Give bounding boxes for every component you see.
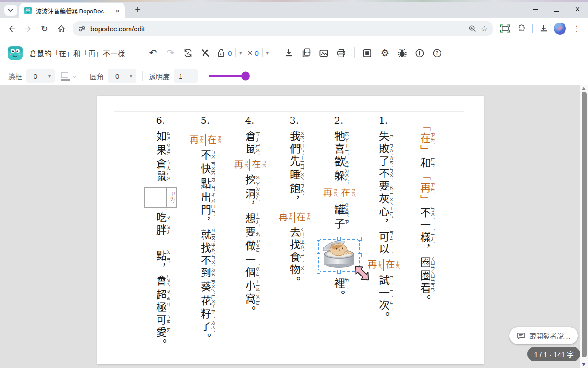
editor-canvas[interactable]: 6.如ㄖㄨˊ果ㄍㄨㄛˇ倉ㄘㄤ鼠ㄕㄨˇㄗㄞˋ吃ㄔ胖ㄆㄤˋ一ㄧˋ點ㄉㄧㄢˇ，會ㄏㄨㄟ…: [0, 85, 588, 368]
format-bar: 邊框 0 ▾ 圓角 0 ▾ 透明度 1: [0, 67, 588, 85]
selection-handle[interactable]: [317, 253, 320, 257]
choice-char: 再: [323, 188, 333, 198]
chat-icon: [517, 332, 525, 339]
blank-write-area[interactable]: [145, 188, 166, 207]
maximize-button[interactable]: [546, 1, 567, 17]
selection-handle[interactable]: [337, 237, 341, 241]
pdf-icon: PDF: [301, 48, 311, 58]
document-title[interactable]: 倉鼠的「在」和「再」不一樣: [29, 47, 125, 58]
opacity-slider-thumb[interactable]: [241, 72, 250, 80]
forward-button[interactable]: [20, 21, 36, 36]
home-button[interactable]: [53, 21, 69, 36]
annotated-char: 一ㄧˊ: [418, 219, 430, 232]
corner-radius-select[interactable]: 0 ▾: [108, 69, 136, 83]
choice-ruby: ㄗㄞˋ: [351, 189, 355, 198]
opacity-slider[interactable]: [209, 75, 249, 77]
annotated-char: 如ㄖㄨˊ: [155, 131, 167, 143]
new-tab-button[interactable]: +: [131, 4, 143, 16]
screenshot-button[interactable]: [497, 21, 513, 36]
downloads-button[interactable]: [536, 21, 551, 36]
selection-handle[interactable]: [358, 253, 362, 257]
plain-char: 「: [418, 170, 430, 182]
border-style-button[interactable]: [61, 72, 76, 80]
print-button[interactable]: [333, 44, 350, 62]
feedback-button[interactable]: 跟開發者說…: [509, 327, 578, 344]
zai-choice-token[interactable]: 再ㄗㄞˋ在ㄗㄞˋ: [234, 159, 266, 171]
report-bug-button[interactable]: [394, 44, 411, 62]
browser-menu-button[interactable]: ⋮: [569, 21, 584, 36]
annotated-char: 想ㄒㄧㄤˇ: [244, 213, 256, 226]
kebab-menu-icon: ⋮: [573, 24, 581, 34]
hamster-image-token[interactable]: [321, 241, 357, 270]
scrollbar-thumb[interactable]: [582, 92, 587, 357]
vertical-scrollbar[interactable]: [580, 85, 588, 368]
back-button[interactable]: [4, 21, 19, 36]
sync-button[interactable]: [179, 44, 197, 62]
focus-mode-button[interactable]: [359, 44, 376, 62]
settings-button[interactable]: ⚙: [376, 44, 394, 62]
annotated-char: 再ㄗㄞˋ: [418, 182, 430, 195]
annotated-char: 一ㄧˋ: [155, 237, 167, 249]
download-button[interactable]: [280, 44, 298, 62]
insert-image-button[interactable]: [315, 44, 333, 62]
frame-icon: [362, 48, 372, 58]
export-pdf-button[interactable]: PDF: [298, 44, 315, 62]
annotated-char: 樣ㄧㄤˋ: [418, 232, 430, 244]
annotated-char: 心ㄒㄧㄣ: [378, 206, 390, 218]
browser-tab[interactable]: 波波注音編輯器 BopoDoc ×: [19, 3, 125, 18]
selection-handle[interactable]: [317, 237, 320, 241]
profile-button[interactable]: [552, 21, 568, 36]
bug-icon: [397, 48, 407, 58]
minimize-button[interactable]: [525, 1, 546, 17]
scroll-up-arrow[interactable]: [582, 87, 586, 90]
close-button[interactable]: ×: [567, 1, 588, 17]
undo-button[interactable]: ↶: [144, 44, 162, 62]
border-width-select[interactable]: 0 ▾: [26, 69, 55, 83]
document-page[interactable]: 6.如ㄖㄨˊ果ㄍㄨㄛˇ倉ㄘㄤ鼠ㄕㄨˇㄗㄞˋ吃ㄔ胖ㄆㄤˋ一ㄧˋ點ㄉㄧㄢˇ，會ㄏㄨㄟ…: [97, 96, 484, 364]
annotated-char: 喜ㄒㄧˇ: [333, 143, 345, 155]
info-button[interactable]: [411, 44, 429, 62]
annotated-char: 倉ㄘㄤ: [155, 158, 167, 171]
app-toolbar: 倉鼠的「在」和「再」不一樣 ↶ ↷ 0 ▾ × 0 ▾: [0, 39, 588, 67]
delete-count-group[interactable]: × 0 ▾: [247, 48, 268, 58]
help-button[interactable]: ?: [429, 44, 446, 62]
omnibox[interactable]: bopodoc.com/edit ☆: [73, 21, 493, 36]
reload-button[interactable]: ↻: [37, 21, 52, 36]
tab-title: 波波注音編輯器 BopoDoc: [36, 6, 111, 15]
zoom-level-icon[interactable]: [469, 25, 476, 33]
annotated-char: 點ㄉㄧㄢˇ: [199, 177, 211, 191]
extensions-button[interactable]: [514, 21, 529, 36]
annotated-char: 物ㄨˋ: [288, 264, 300, 276]
selection-handle[interactable]: [358, 237, 362, 241]
zai-choice-token[interactable]: 再ㄗㄞˋ在ㄗㄞˋ: [323, 188, 355, 199]
plain-char: ，: [378, 218, 390, 231]
lock-count-group[interactable]: 0 ▾: [217, 48, 242, 58]
choice-char: 再: [190, 135, 199, 145]
url-text[interactable]: bopodoc.com/edit: [90, 25, 464, 33]
annotated-char: 會ㄏㄨㄟˋ: [155, 275, 167, 289]
site-settings-icon[interactable]: [78, 25, 86, 33]
selection-handle[interactable]: [337, 270, 341, 274]
tab-search-button[interactable]: [4, 5, 17, 16]
zai-choice-token[interactable]: 再ㄗㄞˋ在ㄗㄞˋ: [190, 134, 221, 146]
annotated-char: 歡ㄏㄨㄢ: [333, 155, 345, 169]
caret-down-icon[interactable]: ▾: [239, 51, 242, 56]
close-icon: ×: [575, 5, 580, 13]
zai-choice-token[interactable]: 再ㄗㄞˋ在ㄗㄞˋ: [279, 212, 310, 223]
opacity-input[interactable]: 1: [174, 69, 198, 83]
redo-button[interactable]: ↷: [162, 44, 179, 62]
zai-choice-token[interactable]: 再ㄗㄞˋ在ㄗㄞˋ: [368, 259, 399, 271]
scroll-down-arrow[interactable]: [582, 363, 586, 366]
vertical-text: 倉ㄘㄤ鼠ㄕㄨˇ再ㄗㄞˋ在ㄗㄞˋ挖ㄨㄚ洞ㄉㄨㄥˋ，想ㄒㄧㄤˇ要ㄧㄠˋ做ㄗㄨㄛˋ一ㄧ…: [234, 131, 266, 318]
divider: [235, 48, 236, 58]
annotated-char: 不ㄅㄨˊ: [199, 255, 211, 267]
fill-blank-box[interactable]: ㄗㄞˋ: [144, 187, 177, 208]
caret-down-icon[interactable]: ▾: [266, 51, 269, 56]
selection-handle[interactable]: [317, 270, 320, 274]
bookmark-star-icon[interactable]: ☆: [481, 24, 488, 34]
disable-edit-button[interactable]: [197, 44, 214, 62]
home-icon: [57, 24, 66, 33]
annotated-char: 去ㄑㄩˋ: [288, 227, 300, 239]
plain-char: 「: [418, 120, 430, 132]
tab-close-icon[interactable]: ×: [114, 7, 120, 15]
